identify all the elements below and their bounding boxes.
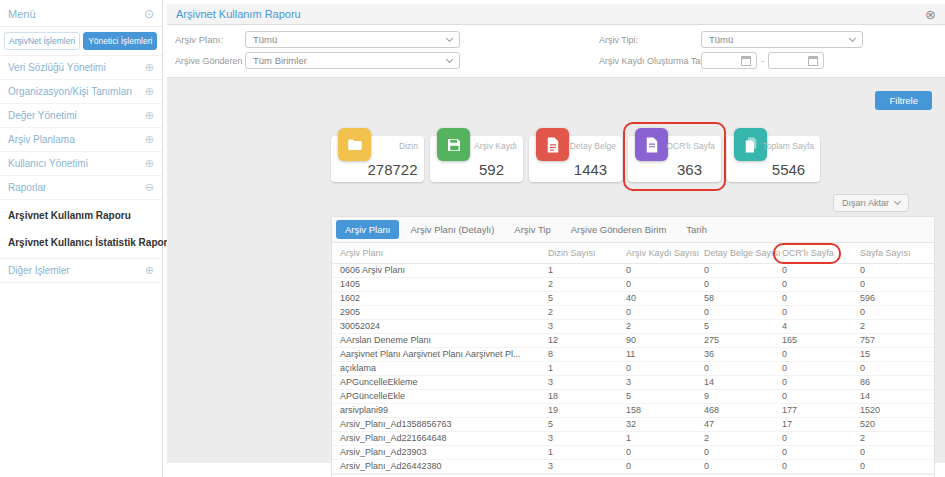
tab-yonetici-islemleri[interactable]: Yönetici İşlemleri bbox=[83, 32, 157, 50]
arsiv-plani-select[interactable]: Tümü bbox=[245, 31, 460, 48]
table-cell: 2 bbox=[544, 306, 622, 320]
table-cell: 5 bbox=[544, 418, 622, 432]
table-row[interactable]: Arsiv_Planı_Ad13588567635324717520 bbox=[332, 418, 934, 432]
expand-icon[interactable]: ⊕ bbox=[145, 133, 154, 146]
arsiv-plani-label: Arşiv Planı: bbox=[175, 34, 245, 45]
table-row[interactable]: arsivplani99191584681771520 bbox=[332, 404, 934, 418]
table-row[interactable]: Aarşivnet Planı Aarşivnet Planı Aarşivne… bbox=[332, 348, 934, 362]
sidebar-item-deger-yonetimi[interactable]: Değer Yönetimi⊕ bbox=[0, 104, 162, 128]
arsiv-tipi-select[interactable]: Tümü bbox=[701, 31, 863, 48]
table-cell: 3 bbox=[544, 376, 622, 390]
table-cell: 0 bbox=[778, 348, 856, 362]
table-tab-1[interactable]: Arşiv Planı bbox=[336, 220, 399, 239]
sidebar-item-raporlar[interactable]: Raporlar⊖ bbox=[0, 176, 162, 200]
table-cell: 5 bbox=[544, 292, 622, 306]
stat-card-arsiv-kaydi: Arşiv Kaydı592 bbox=[430, 136, 523, 182]
sidebar-item-kullanici-yonetimi[interactable]: Kullanıcı Yönetimi⊕ bbox=[0, 152, 162, 176]
table-row[interactable]: 140520000 bbox=[332, 278, 934, 292]
table-cell: 0 bbox=[622, 306, 700, 320]
table-row[interactable]: APGüncelleEkle1859014 bbox=[332, 390, 934, 404]
table-tab-2[interactable]: Arşiv Planı (Detaylı) bbox=[401, 220, 503, 239]
sidebar-item-label: Kullanıcı Yönetimi bbox=[8, 158, 88, 169]
sidebar-item-veri-sozlugu-yonetimi[interactable]: Veri Sözlüğü Yönetimi⊕ bbox=[0, 56, 162, 80]
sidebar-options-icon[interactable]: ⊙ bbox=[144, 7, 154, 21]
close-icon[interactable]: ⊗ bbox=[925, 8, 936, 21]
table-cell: 58 bbox=[700, 292, 778, 306]
export-row: Dışarı Aktar bbox=[331, 194, 909, 212]
table-row[interactable]: AArslan Deneme Planı1290275165757 bbox=[332, 334, 934, 348]
calendar-icon[interactable] bbox=[741, 56, 751, 66]
table-cell: 1 bbox=[544, 446, 622, 460]
table-tab-5[interactable]: Tarih bbox=[677, 220, 716, 239]
table-row[interactable]: 290520000 bbox=[332, 306, 934, 320]
table-cell: Aarşivnet Planı Aarşivnet Planı Aarşivne… bbox=[332, 348, 544, 362]
table-cell: 90 bbox=[622, 334, 700, 348]
table-cell: 0 bbox=[622, 446, 700, 460]
tab-arsivnet-islemleri[interactable]: ArşivNet İşlemleri bbox=[4, 32, 80, 50]
filter-row-1: Arşiv Planı: Tümü Arşiv Tipi: Tümü bbox=[175, 29, 937, 50]
table-cell: 177 bbox=[778, 404, 856, 418]
expand-icon[interactable]: ⊕ bbox=[145, 109, 154, 122]
table-row[interactable]: Arsiv_Planı_Ad22166464831202 bbox=[332, 432, 934, 446]
table-cell: 0 bbox=[778, 376, 856, 390]
table-cell: 0 bbox=[700, 306, 778, 320]
table-cell: 40 bbox=[622, 292, 700, 306]
table-cell: 1 bbox=[544, 264, 622, 278]
stat-card-label: Arşiv Kaydı bbox=[460, 141, 517, 151]
table-row[interactable]: 1602540580596 bbox=[332, 292, 934, 306]
sidebar-submenu: Arşivnet Kullanım RaporuArşivnet Kullanı… bbox=[0, 200, 162, 259]
column-header: Detay Belge Sayısı bbox=[700, 243, 778, 264]
gonderen-birim-label: Arşive Gönderen Birim: bbox=[175, 56, 245, 66]
stat-card-value: 592 bbox=[464, 161, 519, 178]
table-cell: açıklama bbox=[332, 362, 544, 376]
table-row[interactable]: 3005202432542 bbox=[332, 320, 934, 334]
table-cell: arsivplani99 bbox=[332, 404, 544, 418]
gonderen-birim-select[interactable]: Tüm Birimler bbox=[245, 52, 460, 69]
table-row[interactable]: 0606 Arşiv Planı10000 bbox=[332, 264, 934, 278]
expand-icon[interactable]: ⊕ bbox=[145, 157, 154, 170]
panel-header: Arşivnet Kullanım Raporu ⊗ bbox=[167, 4, 945, 25]
expand-icon[interactable]: ⊕ bbox=[145, 264, 154, 277]
table-cell: 1 bbox=[622, 432, 700, 446]
table-cell: 0 bbox=[778, 278, 856, 292]
date-from-input[interactable] bbox=[701, 52, 757, 69]
sidebar-item-arsiv-planlama[interactable]: Arşiv Planlama⊕ bbox=[0, 128, 162, 152]
table-row[interactable]: açıklama10000 bbox=[332, 362, 934, 376]
table-cell: 0 bbox=[622, 278, 700, 292]
stat-card-ocrli-sayfa: OCR'lı Sayfa363 bbox=[628, 136, 721, 182]
filtrele-button[interactable]: Filtrele bbox=[875, 91, 932, 110]
date-to-input[interactable] bbox=[768, 52, 824, 69]
sidebar-item-diger-islemler[interactable]: Diğer İşlemler⊕ bbox=[0, 259, 162, 283]
table-cell: 18 bbox=[544, 390, 622, 404]
stat-card-value: 363 bbox=[662, 161, 717, 178]
app-root: Menü ⊙ ArşivNet İşlemleriYönetici İşleml… bbox=[0, 0, 945, 477]
table-row[interactable]: APGuncelleEkleme3314086 bbox=[332, 376, 934, 390]
expand-icon[interactable]: ⊕ bbox=[145, 61, 154, 74]
table-cell: Arsiv_Planı_Ad23903 bbox=[332, 446, 544, 460]
table-cell: 0 bbox=[856, 460, 934, 474]
stat-card-value: 1443 bbox=[563, 161, 618, 178]
table-cell: 0 bbox=[856, 362, 934, 376]
expand-icon[interactable]: ⊕ bbox=[145, 85, 154, 98]
collapse-icon[interactable]: ⊖ bbox=[145, 181, 154, 194]
sidebar-subitem-arsivnet-kullanici-istatistik-raporu[interactable]: Arşivnet Kullanıcı İstatistik Raporu bbox=[0, 229, 162, 256]
table-cell: 0 bbox=[700, 278, 778, 292]
table-tab-4[interactable]: Arşive Gönderen Birim bbox=[562, 220, 676, 239]
table-tab-3[interactable]: Arşiv Tip bbox=[505, 220, 559, 239]
stat-cards: Dizin278722Arşiv Kaydı592Detay Belge1443… bbox=[331, 136, 935, 182]
stat-card-label: Detay Belge bbox=[559, 141, 616, 151]
column-header: Sayfa Sayısı bbox=[856, 243, 934, 264]
table-cell: 0 bbox=[700, 460, 778, 474]
sidebar-menu: Veri Sözlüğü Yönetimi⊕Organizasyon/Kişi … bbox=[0, 56, 162, 283]
export-dropdown[interactable]: Dışarı Aktar bbox=[833, 194, 909, 212]
sidebar-subitem-arsivnet-kullanim-raporu[interactable]: Arşivnet Kullanım Raporu bbox=[0, 202, 162, 229]
table-header-row: Arşiv PlanıDizin SayısıArşiv Kaydı Sayıs… bbox=[332, 243, 934, 264]
table-body: 0606 Arşiv Planı100001405200001602540580… bbox=[332, 264, 934, 474]
sidebar-item-organizasyon-kisi-tanimlari[interactable]: Organizasyon/Kişi Tanımları⊕ bbox=[0, 80, 162, 104]
chevron-down-icon bbox=[849, 34, 856, 41]
table-row[interactable]: Arsiv_Planı_Ad2644238030000 bbox=[332, 460, 934, 474]
table-cell: 1 bbox=[544, 362, 622, 376]
table-row[interactable]: Arsiv_Planı_Ad2390310000 bbox=[332, 446, 934, 460]
calendar-icon[interactable] bbox=[808, 56, 818, 66]
table-cell: 19 bbox=[544, 404, 622, 418]
